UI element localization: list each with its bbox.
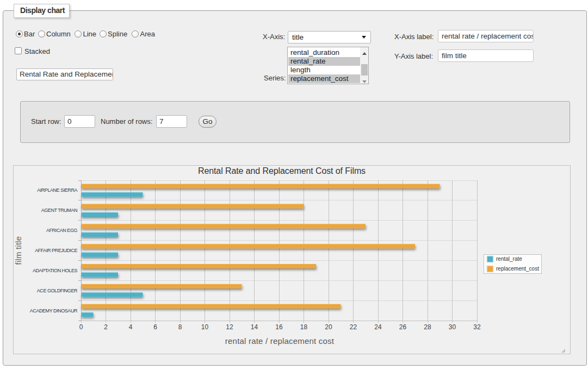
svg-text:AIRPLANE SIERRA: AIRPLANE SIERRA xyxy=(37,187,77,193)
svg-text:2: 2 xyxy=(104,323,108,331)
svg-text:24: 24 xyxy=(374,323,382,331)
svg-text:ACE GOLDFINGER: ACE GOLDFINGER xyxy=(37,288,78,293)
svg-text:AFFAIR PREJUDICE: AFFAIR PREJUDICE xyxy=(35,248,77,253)
svg-text:AFRICAN EGG: AFRICAN EGG xyxy=(46,228,78,233)
svg-text:4: 4 xyxy=(129,323,133,331)
svg-text:0: 0 xyxy=(79,323,83,331)
svg-text:18: 18 xyxy=(300,323,308,331)
svg-text:film title: film title xyxy=(14,236,23,265)
svg-text:AGENT TRUMAN: AGENT TRUMAN xyxy=(41,208,77,213)
svg-text:12: 12 xyxy=(226,323,233,331)
svg-text:ADAPTATION HOLES: ADAPTATION HOLES xyxy=(33,268,77,273)
svg-text:6: 6 xyxy=(153,323,157,331)
svg-text:22: 22 xyxy=(350,323,357,331)
svg-text:Rental Rate and Replacement Co: Rental Rate and Replacement Cost of Film… xyxy=(198,166,366,175)
svg-text:14: 14 xyxy=(251,323,258,331)
svg-text:20: 20 xyxy=(325,323,332,331)
svg-text:16: 16 xyxy=(275,323,283,331)
svg-text:rental rate / replacement cost: rental rate / replacement cost xyxy=(225,336,335,346)
svg-text:ACADEMY DINOSAUR: ACADEMY DINOSAUR xyxy=(30,308,78,313)
svg-text:8: 8 xyxy=(178,323,182,331)
svg-text:rental_rate: rental_rate xyxy=(496,256,522,262)
svg-text:32: 32 xyxy=(473,323,481,331)
svg-text:replacement_cost: replacement_cost xyxy=(496,266,539,272)
svg-text:26: 26 xyxy=(399,323,407,331)
svg-text:10: 10 xyxy=(201,323,209,331)
svg-text:28: 28 xyxy=(424,323,431,331)
svg-text:30: 30 xyxy=(449,323,456,331)
